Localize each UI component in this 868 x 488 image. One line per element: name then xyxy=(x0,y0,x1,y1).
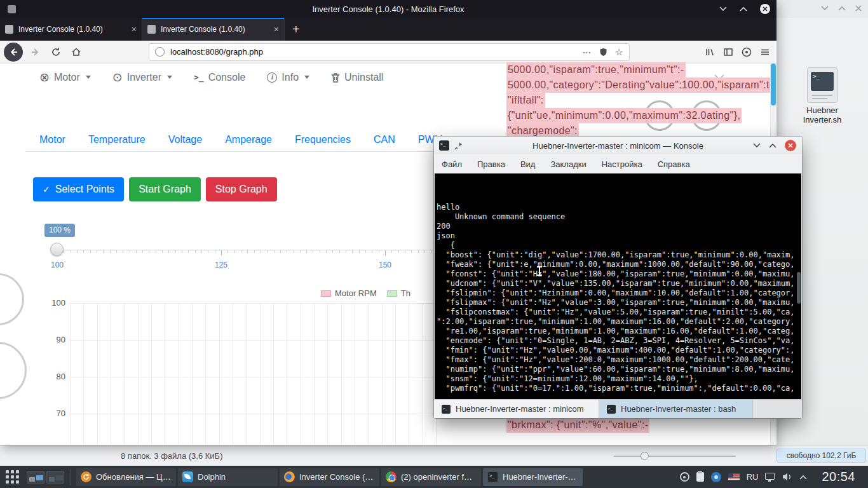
keyboard-layout-indicator[interactable]: RU xyxy=(747,472,759,482)
slider-tick xyxy=(359,250,360,253)
menu-hamburger-icon[interactable] xyxy=(760,47,770,57)
graph-tab-amperage[interactable]: Amperage xyxy=(225,134,272,146)
select-points-button[interactable]: ✓ Select Points xyxy=(33,177,124,201)
slider-tick xyxy=(221,250,222,255)
task-button-updates[interactable]: Обновления — Цент... xyxy=(76,468,176,486)
library-icon[interactable] xyxy=(705,47,715,57)
graph-tab-strip: MotorTemperatureVoltageAmperageFrequenci… xyxy=(39,134,443,146)
minimize-icon[interactable] xyxy=(753,143,761,148)
clock[interactable]: 20:54 xyxy=(822,470,855,484)
new-tab-button[interactable]: + xyxy=(285,18,308,41)
network-icon[interactable] xyxy=(765,473,775,480)
terminal-line: "fslipmin": {"unit":"Hzinimum":0.00,"max… xyxy=(437,288,801,298)
slider-tick xyxy=(306,250,307,253)
forward-button[interactable] xyxy=(27,43,44,61)
task-button-chrome[interactable]: (2) openinverter foru... xyxy=(381,468,481,486)
menu-settings[interactable]: Настройка xyxy=(602,159,642,169)
tab-close-icon[interactable]: × xyxy=(132,25,137,34)
chart-gridline xyxy=(233,303,233,445)
virtual-desktop-pager[interactable] xyxy=(27,471,64,484)
slider-tick xyxy=(149,250,149,253)
chart-gridline xyxy=(205,303,206,445)
minimize-icon[interactable] xyxy=(719,6,727,11)
browser-tab-2-active[interactable]: Inverter Console (1.0.40) × xyxy=(142,18,285,41)
nav-info[interactable]: Info xyxy=(267,72,309,83)
url-text[interactable]: localhost:8080/graph.php xyxy=(170,47,577,57)
graph-tab-motor[interactable]: Motor xyxy=(39,134,65,146)
menu-bookmarks[interactable]: Закладки xyxy=(550,159,586,169)
konsole-tab-bash[interactable]: >_ Huebner-Inverter-master : bash xyxy=(599,400,753,418)
chart-gridline xyxy=(138,303,139,445)
slider-tick xyxy=(274,250,275,253)
browser-tab-1[interactable]: Inverter Console (1.0.40) × xyxy=(0,18,142,41)
clipboard-icon[interactable] xyxy=(696,472,704,482)
zoom-slider-track[interactable] xyxy=(614,456,736,457)
selected-text-line: {"unit"ue,"minimum":0.00,"maximum":32.0a… xyxy=(506,108,742,123)
home-icon[interactable] xyxy=(67,43,85,61)
close-icon[interactable] xyxy=(760,4,770,14)
graph-tab-can[interactable]: CAN xyxy=(374,134,395,146)
sidebar-icon[interactable] xyxy=(723,47,733,57)
menu-help[interactable]: Справка xyxy=(658,159,690,169)
page-actions-icon[interactable]: ⋯ xyxy=(583,47,592,57)
menu-file[interactable]: Файл xyxy=(442,159,462,169)
close-icon[interactable] xyxy=(785,140,796,151)
slider-tick xyxy=(130,250,130,253)
url-bar[interactable]: localhost:8080/graph.php ⋯ ☆ xyxy=(149,43,630,61)
task-button-dolphin[interactable]: Dolphin xyxy=(178,468,278,486)
zoom-slider-handle[interactable] xyxy=(641,452,649,460)
desktop-1-thumbnail[interactable] xyxy=(27,471,44,484)
nav-motor[interactable]: Motor xyxy=(39,71,91,83)
page-image-circle xyxy=(0,273,24,325)
chart-gridline xyxy=(260,303,261,445)
slider-tick xyxy=(64,250,64,253)
taskbar-separator xyxy=(70,469,71,485)
desktop: >_ Huebner Inverter.sh 8 папок. 3 файла … xyxy=(0,0,868,488)
minimize-icon[interactable] xyxy=(821,6,829,11)
nav-inverter[interactable]: Inverter xyxy=(112,71,172,83)
maximize-icon[interactable] xyxy=(838,6,846,11)
keyboard-flag-icon[interactable] xyxy=(728,473,740,480)
menu-view[interactable]: Вид xyxy=(520,159,536,169)
tray-status-icon[interactable] xyxy=(680,472,689,482)
terminal-line: 200 xyxy=(437,222,801,231)
reload-icon[interactable] xyxy=(47,43,65,61)
app-launcher-icon[interactable] xyxy=(6,470,20,484)
start-graph-button[interactable]: Start Graph xyxy=(129,177,201,201)
slider-tick xyxy=(142,250,143,253)
tray-expand-icon[interactable] xyxy=(799,475,807,480)
selected-text-line: 5000.00,"isparam":true,"minimum"t":- xyxy=(506,62,686,78)
bookmark-star-icon[interactable]: ☆ xyxy=(615,46,623,58)
graph-tab-temperature[interactable]: Temperature xyxy=(88,134,146,146)
task-button-firefox[interactable]: Inverter Console (1.0... xyxy=(280,468,379,486)
stop-graph-button[interactable]: Stop Graph xyxy=(206,177,277,201)
shield-icon[interactable] xyxy=(599,48,607,57)
terminal-line: "fslipconstmax": {"unit":"Hz","value":5.… xyxy=(437,308,801,317)
system-tray: RU 20:54 xyxy=(680,470,868,484)
terminal-scrollbar-thumb[interactable] xyxy=(797,272,801,304)
maximize-icon[interactable] xyxy=(769,143,776,148)
tab-close-icon[interactable]: × xyxy=(274,25,279,34)
terminal-output[interactable]: hello Unknown command sequence200json { … xyxy=(435,173,801,399)
graph-tab-frequencies[interactable]: Frequencies xyxy=(295,134,351,146)
nav-console[interactable]: >_ Console xyxy=(194,72,245,83)
desktop-2-thumbnail[interactable] xyxy=(46,471,64,484)
graph-tab-voltage[interactable]: Voltage xyxy=(168,134,202,146)
task-button-konsole[interactable]: >_ Huebner-Inverter-ma... xyxy=(483,468,583,486)
range-slider-handle[interactable] xyxy=(50,243,64,256)
tray-notifier-icon[interactable] xyxy=(711,472,721,482)
slider-tick xyxy=(411,250,412,253)
close-icon[interactable] xyxy=(855,5,862,11)
site-info-icon[interactable] xyxy=(155,47,165,57)
nav-uninstall[interactable]: Uninstall xyxy=(331,72,383,83)
slider-tick xyxy=(195,250,196,253)
volume-icon[interactable] xyxy=(782,472,792,482)
maximize-icon[interactable] xyxy=(740,6,747,11)
konsole-tab-minicom[interactable]: >_ Huebner-Inverter-master : minicom xyxy=(434,400,599,418)
file-item-huebner-inverter-sh[interactable]: >_ Huebner Inverter.sh xyxy=(793,67,851,125)
info-circle-icon xyxy=(267,72,277,83)
back-button[interactable] xyxy=(4,43,23,62)
menu-edit[interactable]: Правка xyxy=(477,159,505,169)
extension-icon[interactable] xyxy=(742,47,752,57)
page-scrollbar-thumb[interactable] xyxy=(771,64,776,105)
